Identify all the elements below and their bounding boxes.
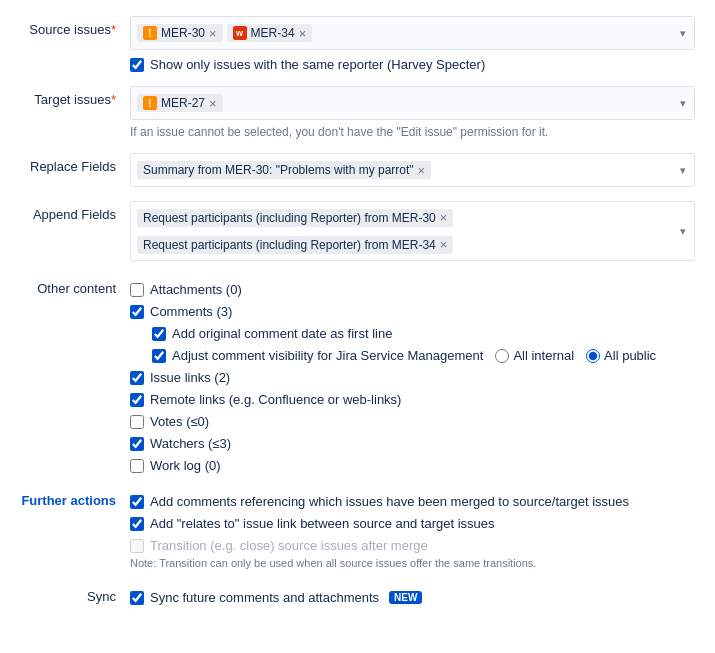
watchers-label: Watchers (≤3) bbox=[150, 436, 231, 451]
comments-checkbox[interactable] bbox=[130, 305, 144, 319]
votes-checkbox[interactable] bbox=[130, 415, 144, 429]
adjust-comment-visibility-checkbox[interactable] bbox=[152, 349, 166, 363]
same-reporter-row: Show only issues with the same reporter … bbox=[130, 57, 695, 72]
other-content-area: Attachments (0) Comments (3) Add origina… bbox=[130, 275, 695, 473]
votes-row: Votes (≤0) bbox=[130, 414, 695, 429]
all-public-option: All public bbox=[586, 348, 656, 363]
adjust-comment-visibility-label: Adjust comment visibility for Jira Servi… bbox=[172, 348, 483, 363]
same-reporter-label: Show only issues with the same reporter … bbox=[150, 57, 485, 72]
sync-label: Sync bbox=[20, 583, 130, 604]
replace-fields-value: Summary from MER-30: "Problems with my p… bbox=[143, 163, 414, 177]
transition-note: Note: Transition can only be used when a… bbox=[130, 557, 695, 569]
add-comments-referencing-label: Add comments referencing which issues ha… bbox=[150, 494, 629, 509]
issue-links-label: Issue links (2) bbox=[150, 370, 230, 385]
issue-links-row: Issue links (2) bbox=[130, 370, 695, 385]
target-issues-select[interactable]: ! MER-27 × bbox=[130, 86, 695, 120]
sync-area: Sync future comments and attachments NEW bbox=[130, 583, 695, 605]
replace-fields-area: Summary from MER-30: "Problems with my p… bbox=[130, 153, 695, 187]
remote-links-checkbox[interactable] bbox=[130, 393, 144, 407]
work-log-row: Work log (0) bbox=[130, 458, 695, 473]
issue-links-checkbox[interactable] bbox=[130, 371, 144, 385]
sync-checkbox[interactable] bbox=[130, 591, 144, 605]
all-internal-option: All internal bbox=[495, 348, 574, 363]
watchers-row: Watchers (≤3) bbox=[130, 436, 695, 451]
append-tag-mer30: Request participants (including Reporter… bbox=[137, 209, 453, 227]
append-tag-mer30-close[interactable]: × bbox=[440, 211, 448, 224]
sync-checkbox-row: Sync future comments and attachments NEW bbox=[130, 590, 695, 605]
target-hint-text: If an issue cannot be selected, you don'… bbox=[130, 125, 695, 139]
mer30-icon: ! bbox=[143, 26, 157, 40]
source-issues-row: Source issues ! MER-30 × w MER-34 × Show… bbox=[20, 16, 695, 72]
all-public-label: All public bbox=[604, 348, 656, 363]
replace-fields-select[interactable]: Summary from MER-30: "Problems with my p… bbox=[130, 153, 695, 187]
attachments-row: Attachments (0) bbox=[130, 282, 695, 297]
mer34-icon: w bbox=[233, 26, 247, 40]
append-tag-mer30-label: Request participants (including Reporter… bbox=[143, 211, 436, 225]
add-comments-referencing-checkbox[interactable] bbox=[130, 495, 144, 509]
original-comment-date-label: Add original comment date as first line bbox=[172, 326, 392, 341]
source-issues-select[interactable]: ! MER-30 × w MER-34 × bbox=[130, 16, 695, 50]
further-actions-area: Add comments referencing which issues ha… bbox=[130, 487, 695, 569]
source-tag-mer34: w MER-34 × bbox=[227, 24, 313, 42]
attachments-label: Attachments (0) bbox=[150, 282, 242, 297]
votes-label: Votes (≤0) bbox=[150, 414, 209, 429]
mer27-label: MER-27 bbox=[161, 96, 205, 110]
append-fields-label: Append Fields bbox=[20, 201, 130, 222]
append-tag-mer34: Request participants (including Reporter… bbox=[137, 236, 453, 254]
transition-label: Transition (e.g. close) source issues af… bbox=[150, 538, 428, 553]
add-comments-referencing-row: Add comments referencing which issues ha… bbox=[130, 494, 695, 509]
mer27-icon: ! bbox=[143, 96, 157, 110]
transition-checkbox[interactable] bbox=[130, 539, 144, 553]
attachments-checkbox[interactable] bbox=[130, 283, 144, 297]
mer34-label: MER-34 bbox=[251, 26, 295, 40]
all-internal-radio[interactable] bbox=[495, 349, 509, 363]
target-tag-mer27: ! MER-27 × bbox=[137, 94, 223, 112]
sync-label-text: Sync future comments and attachments bbox=[150, 590, 379, 605]
remote-links-label: Remote links (e.g. Confluence or web-lin… bbox=[150, 392, 401, 407]
append-tag-mer34-close[interactable]: × bbox=[440, 238, 448, 251]
replace-fields-label: Replace Fields bbox=[20, 153, 130, 174]
remote-links-row: Remote links (e.g. Confluence or web-lin… bbox=[130, 392, 695, 407]
append-fields-select[interactable]: Request participants (including Reporter… bbox=[130, 201, 695, 261]
target-issues-row: Target issues ! MER-27 × If an issue can… bbox=[20, 86, 695, 139]
sync-row: Sync Sync future comments and attachment… bbox=[20, 583, 695, 605]
append-fields-row: Append Fields Request participants (incl… bbox=[20, 201, 695, 261]
all-internal-label: All internal bbox=[513, 348, 574, 363]
append-fields-area: Request participants (including Reporter… bbox=[130, 201, 695, 261]
transition-row: Transition (e.g. close) source issues af… bbox=[130, 538, 695, 553]
mer34-close[interactable]: × bbox=[299, 27, 307, 40]
new-badge: NEW bbox=[389, 591, 422, 604]
work-log-checkbox[interactable] bbox=[130, 459, 144, 473]
add-relates-to-row: Add "relates to" issue link between sour… bbox=[130, 516, 695, 531]
watchers-checkbox[interactable] bbox=[130, 437, 144, 451]
add-relates-to-checkbox[interactable] bbox=[130, 517, 144, 531]
original-comment-date-row: Add original comment date as first line bbox=[152, 326, 695, 341]
same-reporter-checkbox[interactable] bbox=[130, 58, 144, 72]
mer30-close[interactable]: × bbox=[209, 27, 217, 40]
target-issues-label: Target issues bbox=[20, 86, 130, 107]
visibility-radio-group: All internal All public bbox=[495, 348, 656, 363]
all-public-radio[interactable] bbox=[586, 349, 600, 363]
further-actions-row: Further actions Add comments referencing… bbox=[20, 487, 695, 569]
work-log-label: Work log (0) bbox=[150, 458, 221, 473]
replace-fields-row: Replace Fields Summary from MER-30: "Pro… bbox=[20, 153, 695, 187]
source-tag-mer30: ! MER-30 × bbox=[137, 24, 223, 42]
mer27-close[interactable]: × bbox=[209, 97, 217, 110]
further-actions-label: Further actions bbox=[20, 487, 130, 508]
replace-fields-tag-close[interactable]: × bbox=[418, 164, 426, 177]
mer30-label: MER-30 bbox=[161, 26, 205, 40]
replace-fields-tag: Summary from MER-30: "Problems with my p… bbox=[137, 161, 431, 179]
source-issues-label: Source issues bbox=[20, 16, 130, 37]
original-comment-date-checkbox[interactable] bbox=[152, 327, 166, 341]
add-relates-to-label: Add "relates to" issue link between sour… bbox=[150, 516, 495, 531]
comments-label: Comments (3) bbox=[150, 304, 232, 319]
target-issues-area: ! MER-27 × If an issue cannot be selecte… bbox=[130, 86, 695, 139]
comments-row: Comments (3) bbox=[130, 304, 695, 319]
other-content-label: Other content bbox=[20, 275, 130, 296]
adjust-comment-visibility-row: Adjust comment visibility for Jira Servi… bbox=[152, 348, 695, 363]
source-issues-area: ! MER-30 × w MER-34 × Show only issues w… bbox=[130, 16, 695, 72]
other-content-row: Other content Attachments (0) Comments (… bbox=[20, 275, 695, 473]
append-tag-mer34-label: Request participants (including Reporter… bbox=[143, 238, 436, 252]
